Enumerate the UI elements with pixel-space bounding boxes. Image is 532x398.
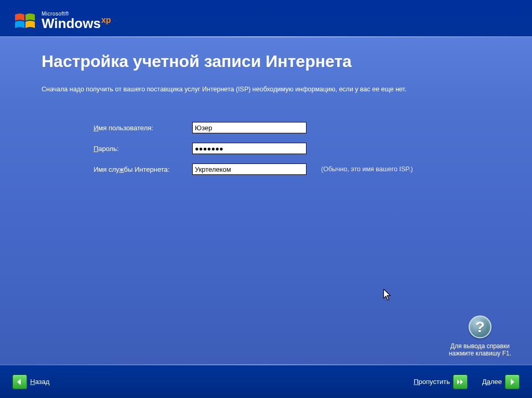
password-row: Пароль: <box>94 143 490 154</box>
windows-logo-text: Microsoft® Windowsxp <box>42 11 111 32</box>
arrow-right-icon <box>505 375 520 389</box>
arrow-left-icon <box>12 375 27 389</box>
password-input[interactable] <box>192 143 307 154</box>
username-label: Имя пользователя: <box>94 124 192 132</box>
footer-bar: Назад Пропустить Далее <box>0 365 532 398</box>
windows-flag-icon <box>15 11 36 31</box>
windows-label: Windowsxp <box>42 16 111 32</box>
form-area: Имя пользователя: Пароль: Имя службы Инт… <box>94 122 490 175</box>
header-bar: Microsoft® Windowsxp <box>0 0 532 36</box>
fast-forward-icon <box>453 375 468 389</box>
help-text-line1: Для вывода справки <box>449 342 511 350</box>
help-text-line2: нажмите клавишу F1. <box>449 350 511 357</box>
page-title: Настройка учетной записи Интернета <box>42 52 490 71</box>
isp-label: Имя службы Интернета: <box>94 166 192 173</box>
help-area: ? Для вывода справки нажмите клавишу F1. <box>449 315 511 357</box>
username-input[interactable] <box>192 122 307 133</box>
help-icon[interactable]: ? <box>469 315 491 338</box>
skip-button[interactable]: Пропустить <box>410 375 468 389</box>
password-label: Пароль: <box>94 145 192 153</box>
isp-hint: (Обычно, это имя вашего ISP.) <box>321 166 413 173</box>
username-row: Имя пользователя: <box>94 122 490 133</box>
back-button[interactable]: Назад <box>12 375 52 389</box>
main-panel: Настройка учетной записи Интернета Снача… <box>0 37 532 364</box>
mouse-cursor-icon <box>383 289 392 304</box>
next-button[interactable]: Далее <box>479 375 520 389</box>
isp-input[interactable] <box>192 163 307 175</box>
page-subtitle: Сначала надо получить от вашего поставщи… <box>42 86 490 93</box>
isp-row: Имя службы Интернета: (Обычно, это имя в… <box>94 163 490 175</box>
